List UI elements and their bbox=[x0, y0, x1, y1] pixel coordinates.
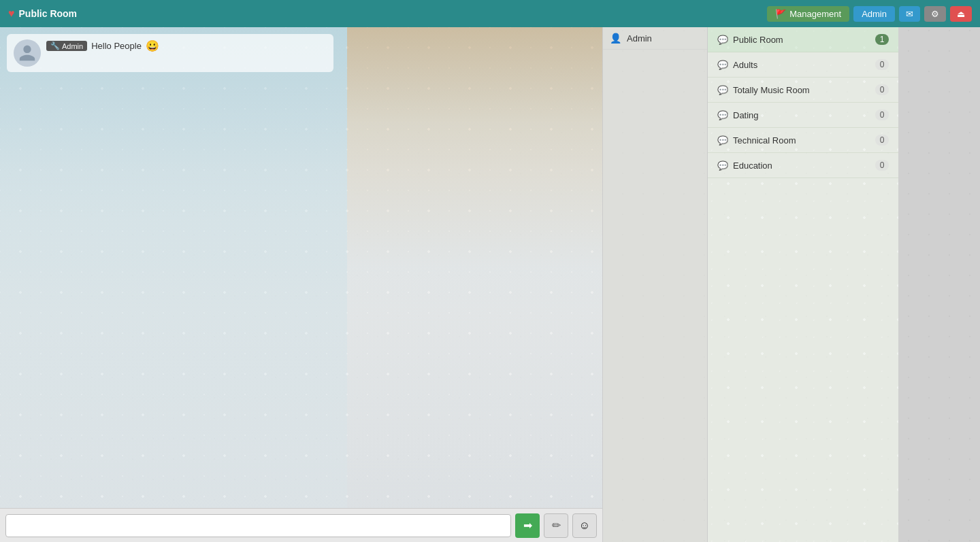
room-count: 1 bbox=[875, 34, 889, 45]
room-name: Public Room bbox=[733, 35, 783, 45]
chat-bubble-icon: 💬 bbox=[717, 135, 728, 146]
mail-icon: ✉ bbox=[906, 9, 913, 19]
chat-bubble-icon: 💬 bbox=[717, 35, 728, 45]
room-count: 0 bbox=[875, 135, 889, 146]
chat-bubble-icon: 💬 bbox=[717, 60, 728, 70]
room-count: 0 bbox=[875, 109, 889, 120]
room-item-left: 💬 Dating bbox=[717, 110, 759, 120]
chat-split-left bbox=[0, 27, 347, 508]
room-item[interactable]: 💬 Education 0 bbox=[708, 153, 898, 178]
message-content: 🔧 Admin Hello People 😀 bbox=[46, 39, 159, 52]
management-button[interactable]: 🚩 Management bbox=[767, 6, 849, 22]
user-name: Admin bbox=[627, 33, 652, 44]
wrench-icon: 🔧 bbox=[50, 41, 60, 50]
chat-bubble-icon: 💬 bbox=[717, 160, 728, 171]
exit-icon: ⏏ bbox=[957, 9, 965, 19]
chat-area: 🔧 Admin Hello People 😀 ➡ ✏ ☺ bbox=[0, 27, 602, 542]
room-item[interactable]: 💬 Adults 0 bbox=[708, 52, 898, 78]
pen-button[interactable]: ✏ bbox=[544, 513, 568, 538]
room-name: Dating bbox=[733, 110, 759, 120]
room-item-left: 💬 Totally Music Room bbox=[717, 85, 810, 95]
chat-bubble-icon: 💬 bbox=[717, 110, 728, 120]
room-name: Education bbox=[733, 160, 772, 171]
room-item-left: 💬 Adults bbox=[717, 60, 757, 70]
room-item[interactable]: 💬 Technical Room 0 bbox=[708, 128, 898, 153]
avatar bbox=[14, 39, 41, 67]
badge-label: Admin bbox=[62, 42, 83, 50]
chat-bubble-icon: 💬 bbox=[717, 85, 728, 95]
emoji-button[interactable]: ☺ bbox=[572, 513, 597, 538]
room-name: Totally Music Room bbox=[733, 85, 810, 95]
first-message: 🔧 Admin Hello People 😀 bbox=[7, 34, 333, 72]
management-label: Management bbox=[789, 9, 841, 19]
room-title-top: Public Room bbox=[19, 8, 78, 19]
top-bar-right: 🚩 Management Admin ✉ ⚙ ⏏ bbox=[767, 6, 972, 22]
room-count: 0 bbox=[875, 84, 889, 95]
chat-messages: 🔧 Admin Hello People 😀 bbox=[0, 27, 602, 508]
settings-button[interactable]: ⚙ bbox=[924, 6, 946, 22]
heart-icon: ♥ bbox=[8, 7, 15, 20]
message-text: Hello People bbox=[91, 41, 142, 51]
room-sidebar: 💬 Public Room 1 💬 Adults 0 💬 Totally Mus… bbox=[708, 27, 898, 542]
main-layout: 🔧 Admin Hello People 😀 ➡ ✏ ☺ bbox=[0, 27, 980, 542]
gear-icon: ⚙ bbox=[931, 9, 939, 19]
room-name: Adults bbox=[733, 60, 757, 70]
room-item[interactable]: 💬 Public Room 1 bbox=[708, 27, 898, 52]
room-item-left: 💬 Public Room bbox=[717, 35, 783, 45]
admin-button[interactable]: Admin bbox=[853, 6, 895, 22]
message-container: 🔧 Admin Hello People 😀 bbox=[0, 27, 602, 79]
smile-icon: ☺ bbox=[579, 520, 590, 532]
pen-icon: ✏ bbox=[552, 519, 561, 532]
chat-split-mid bbox=[347, 27, 602, 508]
room-item[interactable]: 💬 Totally Music Room 0 bbox=[708, 78, 898, 103]
room-count: 0 bbox=[875, 160, 889, 171]
room-item[interactable]: 💬 Dating 0 bbox=[708, 103, 898, 128]
send-button[interactable]: ➡ bbox=[515, 513, 540, 538]
top-bar: ♥ Public Room 🚩 Management Admin ✉ ⚙ ⏏ bbox=[0, 0, 980, 27]
mail-button[interactable]: ✉ bbox=[899, 6, 920, 22]
user-list: 👤 Admin bbox=[603, 27, 707, 50]
chat-split bbox=[0, 27, 602, 508]
admin-badge: 🔧 Admin bbox=[46, 41, 87, 51]
flag-icon: 🚩 bbox=[775, 9, 786, 19]
grin-emoji: 😀 bbox=[146, 39, 159, 52]
room-name: Technical Room bbox=[733, 135, 796, 146]
room-item-left: 💬 Technical Room bbox=[717, 135, 796, 146]
send-icon: ➡ bbox=[523, 519, 532, 532]
top-bar-left: ♥ Public Room bbox=[8, 7, 767, 20]
room-item-left: 💬 Education bbox=[717, 160, 772, 171]
user-item[interactable]: 👤 Admin bbox=[603, 27, 707, 50]
admin-label: Admin bbox=[862, 9, 887, 19]
user-list-panel: 👤 Admin bbox=[602, 27, 708, 542]
message-input[interactable] bbox=[5, 514, 511, 537]
exit-button[interactable]: ⏏ bbox=[950, 6, 972, 22]
input-bar: ➡ ✏ ☺ bbox=[0, 508, 602, 542]
user-icon: 👤 bbox=[610, 33, 621, 44]
room-count: 0 bbox=[875, 59, 889, 70]
